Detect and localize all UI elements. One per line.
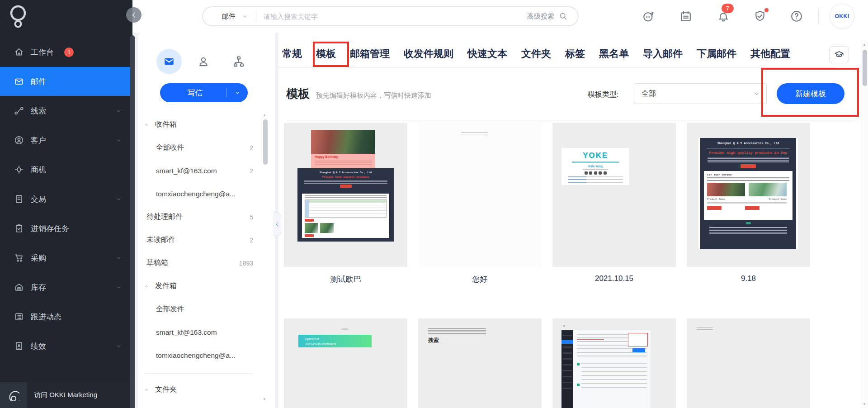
tab-8[interactable]: 黑名单 (599, 47, 629, 61)
search-input[interactable] (264, 13, 527, 20)
sidebar-item-leads[interactable]: 线索 (0, 96, 132, 125)
folder-item[interactable]: 待处理邮件5 (138, 205, 253, 228)
panel-scroll-down-icon[interactable]: ▼ (263, 397, 266, 401)
folder-item[interactable]: smart_kf@163.com2 (138, 159, 253, 182)
template-card[interactable]: Happy Birthday Shanghai Q & Y Accessorie… (284, 123, 407, 318)
template-card[interactable]: Shanghai Q & Y Accessories Co., Ltd Prov… (687, 123, 810, 318)
folder-label: tomxiaochengcheng@a... (156, 190, 236, 198)
panel-scrollbar-thumb[interactable] (263, 119, 268, 165)
template-card-thumb[interactable]: 搜索 (418, 318, 542, 408)
compose-button[interactable]: 写信 (160, 83, 248, 102)
tab-7[interactable]: 标签 (565, 47, 585, 61)
account-avatar[interactable]: OKKI (830, 4, 854, 28)
marketing-footer[interactable]: 访问 OKKI Marketing (0, 382, 132, 408)
sidebar-badge: 1 (64, 47, 74, 57)
sidebar-collapse-button[interactable] (126, 7, 142, 23)
mail-view-icon[interactable] (156, 49, 182, 74)
tab-2[interactable]: 模板 (316, 47, 336, 61)
folder-item[interactable]: 全部收件2 (138, 136, 253, 159)
template-card-thumb[interactable]: ≡ (552, 318, 676, 408)
sidebar-item-grade[interactable]: 绩效 (0, 332, 132, 361)
folder-item[interactable]: tomxiaochengcheng@a... (138, 344, 253, 367)
assistant-icon[interactable] (642, 9, 655, 23)
scrollbar-thumb[interactable] (863, 50, 867, 86)
sidebar-item-feed[interactable]: 跟进动态 (0, 302, 132, 331)
tab-10[interactable]: 下属邮件 (697, 47, 736, 61)
folder-section[interactable]: 收件箱 (138, 113, 253, 136)
tab-4[interactable]: 收发件规则 (404, 47, 453, 61)
chevron-down-icon[interactable] (116, 285, 122, 290)
sidebar-item-home[interactable]: 工作台1 (0, 38, 132, 66)
chevron-up-icon[interactable] (144, 387, 149, 393)
template-card[interactable] (687, 318, 810, 408)
sidebar-scrollbar[interactable] (130, 35, 135, 408)
template-card-thumb[interactable]: YOKE Kate Yang (552, 123, 676, 267)
chevron-down-icon[interactable] (116, 343, 122, 349)
chevron-down-icon[interactable] (116, 196, 122, 202)
academy-cap-icon[interactable] (829, 46, 849, 63)
panel-collapse-handle[interactable] (273, 213, 281, 236)
sidebar-item-cart[interactable]: 采购 (0, 243, 132, 272)
marketing-link-label[interactable]: 访问 OKKI Marketing (34, 391, 97, 399)
tab-6[interactable]: 文件夹 (521, 47, 551, 61)
folder-item[interactable]: 草稿箱1893 (138, 251, 253, 275)
folder-item[interactable]: smart_kf@163.com (138, 321, 253, 344)
doc-icon (14, 194, 24, 204)
search-icon[interactable] (559, 12, 568, 21)
search-scope-select[interactable]: 邮件 (222, 12, 236, 21)
folder-section[interactable]: 发件箱 (138, 275, 253, 298)
template-card[interactable]: ≡ (552, 318, 676, 408)
folder-item[interactable]: 未读邮件2 (138, 228, 253, 251)
template-card[interactable]: YOKE Kate Yang 2021.10.15 (552, 123, 676, 318)
template-type-label: 模板类型: (588, 90, 618, 100)
chevron-up-icon[interactable] (144, 284, 149, 289)
new-template-button[interactable]: 新建模板 (777, 83, 844, 104)
tab-1[interactable]: 常规 (282, 47, 302, 61)
search-bar: 邮件 高级搜索 (202, 6, 579, 26)
chevron-down-icon[interactable] (116, 255, 122, 261)
org-view-icon[interactable] (232, 55, 245, 68)
folder-item[interactable]: 全部发件 (138, 298, 253, 321)
compose-dropdown-icon[interactable] (227, 90, 248, 96)
chevron-up-icon[interactable] (144, 122, 149, 128)
template-type-select[interactable]: 全部 (634, 83, 767, 104)
folder-section[interactable]: 文件夹 (138, 378, 253, 401)
template-card-name: 2021.10.15 (552, 267, 676, 318)
sidebar-item-target[interactable]: 商机 (0, 155, 132, 184)
template-card[interactable]: 您好 (418, 123, 542, 318)
template-card-thumb[interactable]: Shanghai Q & Y Accessories Co., Ltd Prov… (687, 123, 810, 267)
template-card-thumb[interactable]: Spread of2019-nCoV controlled (284, 318, 407, 408)
template-card[interactable]: 搜索 (418, 318, 542, 408)
notifications-bell-icon[interactable]: 7 (717, 9, 730, 23)
template-card-thumb[interactable] (418, 123, 542, 267)
tab-5[interactable]: 快速文本 (467, 47, 507, 61)
folder-label: 全部发件 (156, 304, 184, 314)
sidebar-item-mail[interactable]: 邮件 (0, 67, 132, 96)
sidebar-item-label: 交易 (31, 194, 46, 204)
help-icon[interactable] (790, 9, 803, 23)
sidebar-item-doc[interactable]: 交易 (0, 185, 132, 213)
scroll-down-icon[interactable]: ▼ (863, 402, 866, 406)
security-shield-icon[interactable] (753, 9, 767, 23)
template-card[interactable]: Spread of2019-nCoV controlled (284, 318, 407, 408)
scroll-up-icon[interactable]: ▲ (863, 43, 866, 47)
sidebar-item-clipboard[interactable]: 进销存任务 (0, 214, 132, 243)
tab-9[interactable]: 导入邮件 (643, 47, 683, 61)
tab-3[interactable]: 邮箱管理 (350, 47, 390, 61)
contacts-view-icon[interactable] (197, 55, 210, 68)
sidebar-item-label: 工作台 (31, 47, 54, 57)
template-card-thumb[interactable] (687, 318, 810, 408)
advanced-search-button[interactable]: 高级搜索 (527, 12, 554, 21)
sidebar: 工作台1邮件线索客户商机交易进销存任务采购库存跟进动态绩效 访问 OKKI Ma… (0, 0, 132, 408)
sidebar-item-customer[interactable]: 客户 (0, 126, 132, 155)
sidebar-item-warehouse[interactable]: 库存 (0, 273, 132, 302)
main-scrollbar[interactable]: ▲ ▼ (861, 40, 868, 408)
chevron-down-icon[interactable] (116, 108, 122, 114)
folder-item[interactable]: tomxiaochengcheng@a... (138, 182, 253, 205)
template-card-thumb[interactable]: Happy Birthday Shanghai Q & Y Accessorie… (284, 123, 407, 267)
calendar-icon[interactable] (679, 9, 693, 23)
panel-scroll-up-icon[interactable]: ▲ (263, 113, 266, 117)
chevron-down-icon[interactable] (116, 138, 122, 143)
tab-11[interactable]: 其他配置 (750, 47, 790, 61)
chevron-down-icon[interactable] (242, 14, 248, 19)
